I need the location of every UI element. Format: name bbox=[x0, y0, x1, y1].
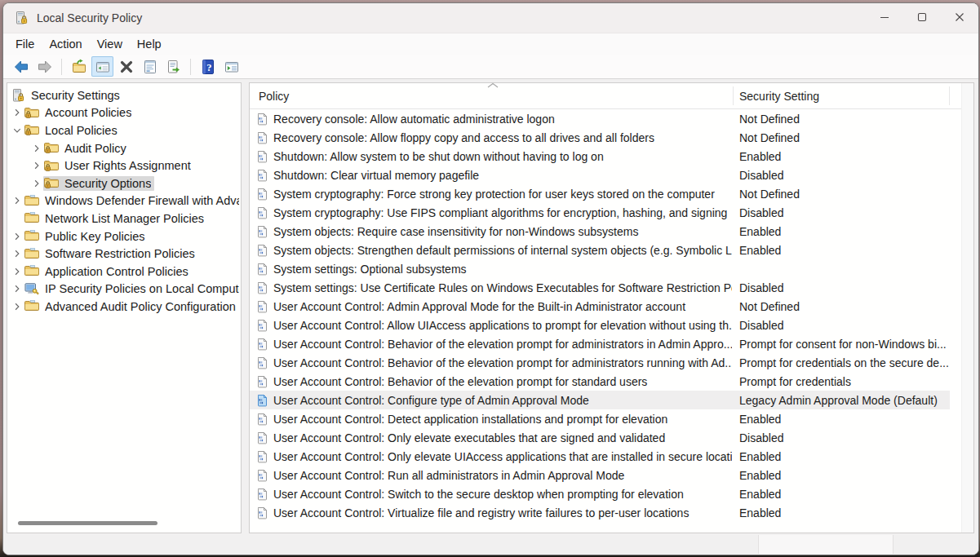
policy-row[interactable]: System cryptography: Use FIPS compliant … bbox=[250, 203, 950, 222]
titlebar[interactable]: Local Security Policy bbox=[3, 3, 978, 33]
policy-row[interactable]: Recovery console: Allow automatic admini… bbox=[250, 109, 950, 128]
chevron-right-icon[interactable] bbox=[11, 267, 24, 276]
properties-icon bbox=[142, 59, 158, 75]
maximize-button[interactable] bbox=[903, 3, 941, 33]
policy-row[interactable]: System objects: Require case insensitivi… bbox=[250, 222, 950, 241]
policy-name: Recovery console: Allow floppy copy and … bbox=[273, 131, 732, 144]
export-list-icon bbox=[166, 59, 182, 75]
tree-item[interactable]: Local Policies bbox=[7, 122, 239, 139]
policy-doc-icon bbox=[255, 394, 268, 407]
forward-arrow-button[interactable] bbox=[33, 56, 55, 77]
export-folder-icon bbox=[71, 59, 87, 75]
chevron-right-icon[interactable] bbox=[11, 303, 24, 311]
minimize-button[interactable] bbox=[866, 3, 903, 33]
chevron-right-icon[interactable] bbox=[11, 197, 24, 205]
export-folder-button[interactable] bbox=[68, 56, 90, 77]
policy-name: System settings: Optional subsystems bbox=[273, 263, 732, 276]
chevron-right-icon[interactable] bbox=[11, 285, 24, 293]
policy-setting: Prompt for consent for non-Windows bi... bbox=[739, 338, 950, 351]
column-header-policy[interactable]: Policy bbox=[259, 90, 289, 103]
policy-row[interactable]: User Account Control: Only elevate execu… bbox=[250, 428, 950, 447]
policy-row[interactable]: User Account Control: Behavior of the el… bbox=[250, 334, 950, 353]
chevron-right-icon[interactable] bbox=[11, 232, 24, 241]
tree-item[interactable]: Windows Defender Firewall with Advan bbox=[7, 192, 239, 210]
tree-item-label: IP Security Policies on Local Computer bbox=[45, 282, 239, 295]
app-window: Local Security Policy FileActionViewHelp… bbox=[2, 2, 979, 555]
help-button[interactable]: ? bbox=[197, 56, 219, 77]
policy-row[interactable]: User Account Control: Virtualize file an… bbox=[250, 503, 950, 522]
policy-row[interactable]: System settings: Use Certificate Rules o… bbox=[250, 278, 950, 297]
tree-item-label: Local Policies bbox=[45, 124, 118, 137]
policy-row[interactable]: Recovery console: Allow floppy copy and … bbox=[250, 128, 950, 147]
policy-row[interactable]: User Account Control: Admin Approval Mod… bbox=[250, 297, 950, 316]
toolbar: ? bbox=[3, 55, 978, 79]
policy-row[interactable]: User Account Control: Run all administra… bbox=[250, 466, 950, 484]
delete-button[interactable] bbox=[115, 56, 137, 77]
policy-setting: Enabled bbox=[739, 469, 950, 482]
chevron-right-icon[interactable] bbox=[11, 108, 24, 117]
menu-view[interactable]: View bbox=[90, 35, 130, 53]
column-divider[interactable] bbox=[733, 86, 734, 105]
menu-file[interactable]: File bbox=[8, 35, 42, 53]
tree-item-label: Application Control Policies bbox=[45, 265, 188, 278]
tree-item[interactable]: Account Policies bbox=[7, 104, 239, 122]
menu-help[interactable]: Help bbox=[130, 35, 169, 53]
policy-doc-icon bbox=[255, 225, 268, 238]
policy-row[interactable]: User Account Control: Behavior of the el… bbox=[250, 353, 950, 372]
show-console-tree-button[interactable] bbox=[91, 56, 113, 77]
policy-row[interactable]: User Account Control: Behavior of the el… bbox=[250, 372, 950, 391]
policy-name: User Account Control: Switch to the secu… bbox=[273, 488, 732, 501]
new-window-button[interactable] bbox=[220, 56, 242, 77]
window-controls bbox=[866, 3, 978, 33]
column-header-setting[interactable]: Security Setting bbox=[739, 90, 819, 103]
tree-item[interactable]: Security Options bbox=[7, 175, 239, 192]
tree-item[interactable]: Security Settings bbox=[7, 86, 239, 104]
tree-item[interactable]: Software Restriction Policies bbox=[7, 245, 239, 263]
policy-doc-icon bbox=[255, 488, 268, 501]
policy-row[interactable]: Shutdown: Allow system to be shut down w… bbox=[250, 147, 950, 166]
tree-item[interactable]: Audit Policy bbox=[7, 139, 239, 157]
chevron-right-icon[interactable] bbox=[30, 144, 43, 153]
close-button[interactable] bbox=[941, 3, 978, 33]
folder-lock-icon bbox=[44, 142, 59, 154]
tree-horizontal-scrollbar[interactable] bbox=[18, 521, 157, 525]
chevron-right-icon[interactable] bbox=[30, 161, 43, 170]
tree-item[interactable]: Public Key Policies bbox=[7, 228, 239, 245]
policy-row[interactable]: System objects: Strengthen default permi… bbox=[250, 241, 950, 259]
policy-row[interactable]: User Account Control: Switch to the secu… bbox=[250, 484, 950, 503]
console-horizontal-scrollbar-thumb[interactable] bbox=[758, 535, 894, 554]
security-root-icon bbox=[11, 89, 25, 101]
policy-row[interactable]: User Account Control: Allow UIAccess app… bbox=[250, 316, 950, 334]
tree-item[interactable]: Application Control Policies bbox=[7, 263, 239, 281]
policy-setting: Not Defined bbox=[739, 131, 950, 144]
export-list-button[interactable] bbox=[162, 56, 184, 77]
policy-name: User Account Control: Run all administra… bbox=[273, 469, 732, 482]
console-content: Security SettingsAccount PoliciesLocal P… bbox=[3, 79, 978, 555]
policy-row[interactable]: System cryptography: Force strong key pr… bbox=[250, 184, 950, 203]
policy-doc-icon bbox=[255, 131, 268, 144]
back-arrow-button[interactable] bbox=[10, 56, 32, 77]
tree-item[interactable]: Advanced Audit Policy Configuration bbox=[7, 298, 239, 316]
menu-action[interactable]: Action bbox=[42, 35, 89, 53]
toolbar-separator bbox=[61, 59, 62, 75]
chevron-right-icon[interactable] bbox=[30, 179, 43, 188]
policy-setting: Not Defined bbox=[739, 188, 950, 201]
tree-item[interactable]: Network List Manager Policies bbox=[7, 210, 239, 228]
folder-lock-icon bbox=[44, 177, 59, 189]
list-vertical-scrollbar[interactable] bbox=[961, 83, 973, 533]
policy-setting: Disabled bbox=[739, 319, 950, 332]
tree-item[interactable]: User Rights Assignment bbox=[7, 157, 239, 175]
policy-row[interactable]: User Account Control: Configure type of … bbox=[250, 391, 950, 409]
chevron-down-icon[interactable] bbox=[11, 126, 24, 135]
policy-row[interactable]: System settings: Optional subsystems bbox=[250, 259, 950, 278]
policy-row[interactable]: User Account Control: Only elevate UIAcc… bbox=[250, 447, 950, 466]
policy-row[interactable]: User Account Control: Detect application… bbox=[250, 409, 950, 428]
folder-lock-icon bbox=[44, 160, 59, 172]
policy-name: User Account Control: Virtualize file an… bbox=[273, 506, 732, 519]
column-divider[interactable] bbox=[949, 86, 950, 105]
policy-doc-icon bbox=[255, 431, 268, 444]
policy-row[interactable]: Shutdown: Clear virtual memory pagefileD… bbox=[250, 166, 950, 184]
tree-item[interactable]: IP Security Policies on Local Computer bbox=[7, 281, 239, 298]
properties-button[interactable] bbox=[139, 56, 161, 77]
chevron-right-icon[interactable] bbox=[11, 250, 24, 258]
